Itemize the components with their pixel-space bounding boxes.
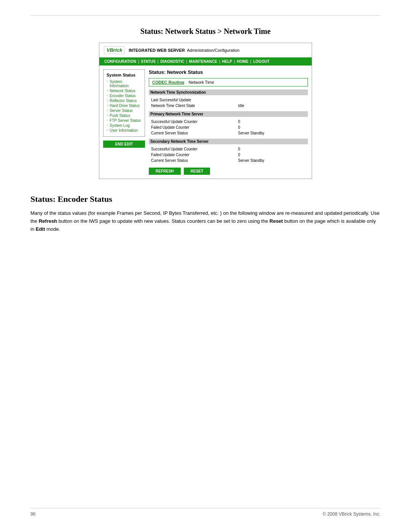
value-secondary-status: Server Standby: [237, 158, 307, 163]
table-row: Failed Update Counter 0: [150, 152, 307, 157]
sidebar-item-reflector-status[interactable]: Reflector Status: [107, 99, 142, 103]
top-border: [30, 15, 381, 16]
sidebar-item-system-information[interactable]: System Information: [107, 80, 142, 88]
sidebar-item-ftp-server-status[interactable]: FTP Server Status: [107, 118, 142, 123]
value-primary-status: Server Standby: [237, 131, 307, 136]
value-last-successful-update: [237, 97, 307, 102]
main-content-title: Status: Network Status: [149, 69, 308, 75]
table-row: Last Successful Update: [150, 97, 307, 102]
nav-diagnostic[interactable]: DIAGNOSTIC: [159, 59, 185, 64]
value-secondary-success: 0: [237, 147, 307, 152]
breadcrumb-bar: CODEC Routing Network Time: [149, 78, 308, 86]
value-primary-success: 0: [237, 119, 307, 124]
label-primary-success: Successful Update Counter: [150, 119, 236, 124]
breadcrumb-current: Network Time: [188, 80, 214, 85]
nav-logout[interactable]: LOGOUT: [252, 59, 271, 64]
label-secondary-failed: Failed Update Counter: [150, 152, 236, 157]
value-primary-failed: 0: [237, 125, 307, 130]
nts-table: Last Successful Update Network Time Clie…: [149, 97, 308, 109]
breadcrumb-separator: [186, 80, 187, 85]
encoder-section: Status: Encoder Status Many of the statu…: [30, 194, 381, 233]
reset-button[interactable]: RESET: [184, 168, 210, 175]
iws-title: INTEGRATED WEB SERVER Administration/Con…: [129, 48, 239, 53]
copyright: © 2008 VBrick Systems, Inc.: [323, 511, 381, 517]
table-row: Network Time Client State Idle: [150, 103, 307, 108]
nav-home[interactable]: HOME: [236, 59, 250, 64]
encoder-body: Many of the status values (for example F…: [30, 209, 381, 233]
nav-status[interactable]: STATUS: [140, 59, 157, 64]
sidebar-item-network-status[interactable]: Network Status: [107, 89, 142, 93]
label-primary-status: Current Server Status: [150, 131, 236, 136]
sidebar-item-encoder-status[interactable]: Encoder Status: [107, 94, 142, 98]
value-client-state: Idle: [237, 103, 307, 108]
label-client-state: Network Time Client State: [150, 103, 236, 108]
table-row: Current Server Status Server Standby: [150, 158, 307, 163]
sidebar-title: System Status: [107, 73, 142, 77]
breadcrumb-link[interactable]: CODEC Routing: [152, 80, 184, 85]
encoder-heading: Status: Encoder Status: [30, 194, 381, 204]
nav-configuration[interactable]: CONFIGURATION: [103, 59, 137, 64]
browser-header: VBrick INTEGRATED WEB SERVER Administrat…: [99, 43, 312, 58]
sidebar-item-hard-drive-status[interactable]: Hard Drive Status: [107, 104, 142, 108]
sidebar-item-system-log[interactable]: System Log: [107, 123, 142, 128]
primary-table: Successful Update Counter 0 Failed Updat…: [149, 118, 308, 136]
sidebar-item-server-status[interactable]: Server Status: [107, 109, 142, 113]
browser-body: System Status System Information Network…: [99, 66, 312, 179]
table-row: Successful Update Counter 0: [150, 119, 307, 124]
sidebar: System Status System Information Network…: [103, 69, 145, 175]
page-number: 96: [30, 511, 35, 517]
sidebar-box: System Status System Information Network…: [103, 69, 145, 137]
secondary-table: Successful Update Counter 0 Failed Updat…: [149, 146, 308, 164]
refresh-button[interactable]: REFRESH: [149, 168, 181, 175]
vbrick-logo: VBrick: [104, 46, 125, 54]
browser-window: VBrick INTEGRATED WEB SERVER Administrat…: [99, 43, 312, 179]
label-last-successful-update: Last Successful Update: [150, 97, 236, 102]
section-bar-secondary: Secondary Network Time Server: [149, 139, 308, 144]
nav-maintenance[interactable]: MAINTENANCE: [188, 59, 218, 64]
sidebar-item-push-status[interactable]: Push Status: [107, 113, 142, 118]
table-row: Failed Update Counter 0: [150, 125, 307, 130]
nav-help[interactable]: HELP: [221, 59, 233, 64]
label-secondary-success: Successful Update Counter: [150, 147, 236, 152]
sidebar-item-user-information[interactable]: User Information: [107, 128, 142, 133]
label-primary-failed: Failed Update Counter: [150, 125, 236, 130]
network-time-heading: Status: Network Status > Network Time: [30, 27, 381, 36]
section-bar-nts: Network Time Synchronization: [149, 89, 308, 95]
value-secondary-failed: 0: [237, 152, 307, 157]
action-buttons: REFRESH RESET: [149, 168, 308, 175]
table-row: Current Server Status Server Standby: [150, 131, 307, 136]
table-row: Successful Update Counter 0: [150, 147, 307, 152]
main-content: Status: Network Status CODEC Routing Net…: [149, 69, 308, 175]
page-footer: 96 © 2008 VBrick Systems, Inc.: [30, 508, 381, 517]
label-secondary-status: Current Server Status: [150, 158, 236, 163]
section-bar-primary: Primary Network Time Server: [149, 111, 308, 117]
end-edit-button[interactable]: END EDIT: [103, 141, 145, 148]
nav-bar: CONFIGURATION | STATUS | DIAGNOSTIC | MA…: [99, 58, 312, 66]
